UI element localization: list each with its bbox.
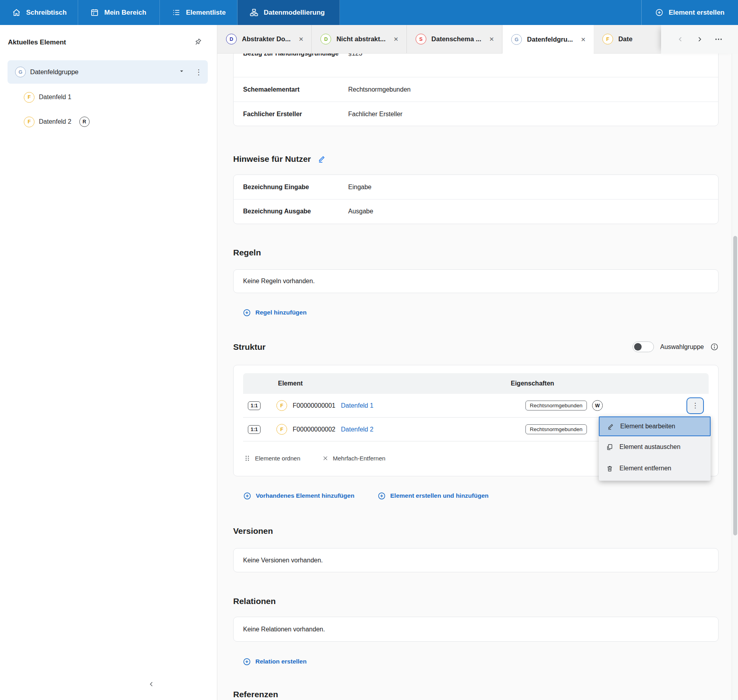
home-icon [12, 8, 21, 17]
tab-type-icon: D [226, 34, 237, 44]
property-badge: Rechtsnormgebunden [525, 424, 587, 434]
relationen-empty-text: Keine Relationen vorhanden. [243, 626, 325, 633]
versionen-empty-card: Keine Versionen vorhanden. [233, 548, 719, 572]
section-heading-referenzen: Referenzen [233, 689, 278, 700]
tab-label: Datenfeldgru... [527, 36, 573, 43]
hinweise-label: Bezeichnung Eingabe [243, 182, 348, 192]
create-and-add-element-label: Element erstellen und hinzufügen [390, 492, 489, 499]
hinweise-row: Bezeichnung Eingabe Eingabe [234, 175, 718, 199]
section-heading-hinweise: Hinweise für Nutzer [233, 153, 326, 164]
auswahlgruppe-toggle[interactable] [633, 341, 654, 352]
edit-pencil-icon[interactable] [317, 155, 326, 163]
field-type-icon: F [276, 400, 287, 411]
element-id-group: F F00000000002 Datenfeld 2 [276, 424, 374, 435]
pin-icon[interactable] [191, 35, 205, 49]
eigenschaften-cell: Rechtsnormgebunden [525, 424, 587, 434]
hinweise-title: Hinweise für Nutzer [233, 153, 311, 164]
top-navigation: Schreibtisch Mein Bereich Elementliste D… [0, 0, 738, 25]
auswahlgruppe-toggle-group: Auswahlgruppe [633, 341, 719, 352]
nav-item-schreibtisch[interactable]: Schreibtisch [0, 0, 78, 25]
list-icon [172, 8, 181, 17]
cardinality-badge: 1:1 [248, 401, 261, 410]
detail-value: Fachlicher Ersteller [348, 109, 403, 119]
section-heading-regeln: Regeln [233, 247, 261, 258]
row-actions-kebab-button[interactable]: ⋮ [686, 397, 704, 414]
struktur-table-header: Element Eigenschaften [243, 373, 709, 394]
tab-label: Date [618, 35, 633, 43]
nav-item-elementliste[interactable]: Elementliste [160, 0, 238, 25]
tab-type-icon: F [602, 34, 613, 44]
order-elements-button[interactable]: Elemente ordnen [244, 455, 300, 462]
create-relation-link[interactable]: Relation erstellen [243, 656, 307, 667]
regeln-empty-text: Keine Regeln vorhanden. [243, 278, 315, 285]
close-icon[interactable]: ✕ [393, 36, 399, 43]
create-element-label: Element erstellen [669, 9, 725, 17]
tab-type-icon: D [320, 34, 331, 44]
hinweise-row: Bezeichnung Ausgabe Ausgabe [234, 199, 718, 223]
nav-spacer [340, 0, 641, 25]
menu-item-label: Element bearbeiten [620, 423, 675, 430]
hinweise-value: Ausgabe [348, 206, 373, 217]
sidebar-item-label: Datenfeld 1 [39, 94, 71, 101]
tab-label: Abstrakter Do... [242, 35, 291, 43]
detail-value: Rechtsnormgebunden [348, 84, 410, 95]
add-existing-element-link[interactable]: Vorhandenes Element hinzufügen [243, 490, 355, 502]
menu-item-element-entfernen[interactable]: Element entfernen [599, 458, 711, 479]
section-heading-struktur: Struktur [233, 342, 266, 352]
plus-circle-icon [378, 492, 386, 500]
close-icon[interactable]: ✕ [299, 36, 304, 43]
close-icon[interactable]: ✕ [489, 36, 494, 43]
tab-datenschema[interactable]: S Datenschema ... ✕ [407, 25, 502, 53]
element-cell: 1:1 F F00000000002 Datenfeld 2 [248, 424, 525, 435]
multi-remove-label: Mehrfach-Entfernen [333, 455, 385, 462]
add-rule-link[interactable]: Regel hinzufügen [243, 307, 307, 318]
plus-circle-icon [243, 658, 251, 666]
hinweise-label: Bezeichnung Ausgabe [243, 206, 348, 217]
tab-type-icon: S [416, 34, 426, 44]
info-icon[interactable] [710, 343, 719, 351]
detail-label: Bezug zur Handlungsgrundlage [243, 54, 348, 59]
sidebar-current-element[interactable]: G Datenfeldgruppe ⋮ [8, 60, 208, 84]
tab-datenfeldgruppe-active[interactable]: G Datenfeldgru... ✕ [502, 25, 594, 54]
create-element-button[interactable]: Element erstellen [641, 0, 738, 25]
create-and-add-element-link[interactable]: Element erstellen und hinzufügen [378, 490, 489, 502]
menu-item-element-bearbeiten[interactable]: Element bearbeiten [599, 416, 711, 436]
sidebar-item-datenfeld-1[interactable]: F Datenfeld 1 [24, 91, 71, 103]
trash-icon [606, 465, 613, 472]
sidebar-item-datenfeld-2[interactable]: F Datenfeld 2 R [24, 116, 90, 128]
tabs-overflow-menu-icon[interactable] [714, 35, 723, 44]
nav-label: Schreibtisch [26, 9, 67, 17]
sidebar-collapse-icon[interactable] [144, 676, 159, 692]
workspace-icon [90, 8, 99, 17]
nav-item-mein-bereich[interactable]: Mein Bereich [78, 0, 160, 25]
scrollbar-thumb[interactable] [733, 236, 737, 535]
element-id-group: F F00000000001 Datenfeld 1 [276, 400, 374, 411]
order-elements-label: Elemente ordnen [255, 455, 300, 462]
chevron-down-icon[interactable] [178, 68, 185, 76]
tab-scroll-controls [661, 25, 738, 54]
multi-remove-button[interactable]: Mehrfach-Entfernen [322, 455, 385, 462]
field-type-icon: F [276, 424, 287, 435]
detail-row: Fachlicher Ersteller Fachlicher Erstelle… [234, 102, 718, 126]
struktur-heading-row: Struktur Auswahlgruppe [233, 341, 719, 352]
element-id: F00000000001 [293, 402, 335, 409]
element-name-link[interactable]: Datenfeld 2 [341, 426, 374, 433]
close-icon[interactable]: ✕ [581, 36, 586, 43]
element-name-link[interactable]: Datenfeld 1 [341, 402, 374, 409]
kebab-menu-icon[interactable]: ⋮ [195, 69, 202, 76]
tab-datenfeld[interactable]: F Date [594, 25, 640, 53]
tabs-scroll-left-icon[interactable] [676, 35, 685, 44]
regeln-empty-card: Keine Regeln vorhanden. [233, 269, 719, 293]
add-rule-label: Regel hinzufügen [255, 309, 307, 316]
section-heading-relationen: Relationen [233, 596, 276, 606]
nav-item-datenmodellierung[interactable]: Datenmodellierung [238, 0, 340, 25]
element-id: F00000000002 [293, 426, 335, 433]
tab-nicht-abstrakt[interactable]: D Nicht abstrakt... ✕ [312, 25, 406, 53]
tab-abstrakter-dokument[interactable]: D Abstrakter Do... ✕ [217, 25, 312, 53]
w-status-badge: W [592, 400, 603, 411]
menu-item-element-austauschen[interactable]: Element austauschen [599, 436, 711, 458]
tabs-scroll-right-icon[interactable] [695, 35, 704, 44]
create-relation-label: Relation erstellen [255, 658, 307, 665]
vertical-scrollbar[interactable] [732, 54, 738, 700]
row-context-menu: Element bearbeiten Element austauschen E… [599, 416, 711, 481]
